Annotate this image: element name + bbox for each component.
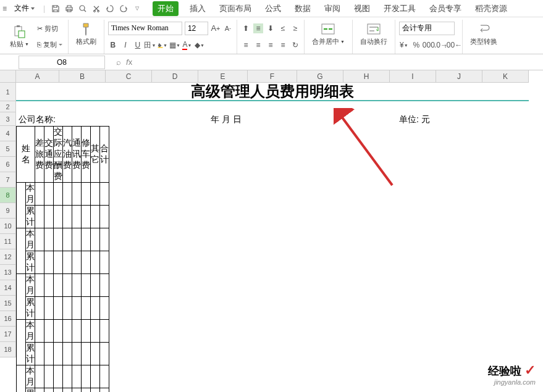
preview-icon[interactable] bbox=[77, 3, 88, 14]
row-header[interactable]: 16 bbox=[0, 311, 16, 327]
wrap-group: 自动换行 bbox=[353, 20, 395, 54]
tab-data[interactable]: 数据 bbox=[292, 1, 313, 16]
font-select[interactable] bbox=[108, 22, 182, 35]
col-header[interactable]: I bbox=[390, 70, 436, 83]
fx-icon[interactable]: fx bbox=[126, 57, 132, 67]
print-icon[interactable] bbox=[64, 3, 75, 14]
svg-point-2 bbox=[98, 10, 99, 12]
row-header[interactable]: 9 bbox=[0, 203, 16, 219]
col-header[interactable]: G bbox=[297, 70, 343, 83]
tab-review[interactable]: 审阅 bbox=[322, 1, 343, 16]
type-convert-button[interactable]: 类型转换 bbox=[466, 21, 501, 48]
col-header[interactable]: F bbox=[248, 70, 297, 83]
paste-icon bbox=[12, 25, 26, 38]
tab-dev[interactable]: 开发工具 bbox=[381, 1, 418, 16]
align-top-icon[interactable]: ⬆ bbox=[241, 23, 251, 33]
save-icon[interactable] bbox=[50, 3, 61, 14]
tab-view[interactable]: 视图 bbox=[351, 1, 373, 16]
pattern-icon[interactable]: ▦▼ bbox=[170, 40, 180, 50]
row-header[interactable]: 1 bbox=[0, 83, 16, 101]
col-header[interactable]: H bbox=[343, 70, 390, 83]
comma-icon[interactable]: 000 bbox=[424, 40, 434, 50]
row-header[interactable]: 2 bbox=[0, 101, 16, 112]
undo-icon[interactable] bbox=[104, 3, 116, 14]
align-left-icon[interactable]: ≡ bbox=[241, 40, 251, 50]
tab-insert[interactable]: 插入 bbox=[187, 1, 208, 16]
col-header[interactable]: B bbox=[59, 70, 106, 83]
row-header[interactable]: 6 bbox=[0, 157, 16, 172]
name-box[interactable] bbox=[19, 56, 105, 69]
search-icon[interactable]: ⌕ bbox=[116, 57, 121, 67]
number-format-select[interactable] bbox=[399, 22, 455, 35]
row-header[interactable]: 11 bbox=[0, 234, 16, 249]
cut-icon[interactable] bbox=[91, 3, 102, 14]
tab-member[interactable]: 会员专享 bbox=[427, 1, 464, 16]
increase-font-icon[interactable]: A+ bbox=[211, 23, 221, 33]
align-right-icon[interactable]: ≡ bbox=[266, 40, 276, 50]
tab-resource[interactable]: 稻壳资源 bbox=[473, 1, 510, 16]
hamburger-icon[interactable]: ≡ bbox=[2, 4, 7, 13]
table-row: 本月 bbox=[17, 183, 109, 206]
border-icon[interactable]: 田▼ bbox=[145, 40, 155, 50]
row-header[interactable]: 13 bbox=[0, 265, 16, 280]
font-size-select[interactable] bbox=[185, 22, 208, 35]
svg-point-0 bbox=[80, 6, 85, 10]
col-header[interactable]: C bbox=[106, 70, 152, 83]
col-header[interactable]: A bbox=[16, 70, 59, 83]
tab-layout[interactable]: 页面布局 bbox=[217, 1, 254, 16]
font-color-icon[interactable]: A▼ bbox=[182, 40, 192, 50]
percent-icon[interactable]: % bbox=[411, 40, 421, 50]
clipboard-group: 粘贴▼ ✂剪切 ⎘复制 bbox=[2, 20, 69, 54]
redo-icon[interactable] bbox=[118, 3, 129, 14]
wrap-icon bbox=[367, 22, 381, 36]
paste-button[interactable]: 粘贴▼ bbox=[6, 21, 33, 52]
row-header[interactable]: 15 bbox=[0, 296, 16, 311]
row-header[interactable]: 10 bbox=[0, 219, 16, 234]
underline-icon[interactable]: U bbox=[133, 40, 143, 50]
indent-right-icon[interactable]: ≥ bbox=[290, 23, 300, 33]
italic-icon[interactable]: I bbox=[120, 40, 130, 50]
indent-left-icon[interactable]: ≤ bbox=[278, 23, 288, 33]
currency-icon[interactable]: ¥▼ bbox=[399, 40, 409, 50]
row-header[interactable]: 7 bbox=[0, 172, 16, 188]
svg-rect-5 bbox=[19, 31, 25, 38]
align-middle-icon[interactable]: ≡ bbox=[253, 23, 263, 33]
align-center-icon[interactable]: ≡ bbox=[253, 40, 263, 50]
dropdown-icon[interactable]: ▽ bbox=[132, 3, 143, 14]
orientation-icon[interactable]: ↻ bbox=[290, 40, 300, 50]
format-painter-button[interactable]: 格式刷 bbox=[72, 21, 100, 48]
tab-start[interactable]: 开始 bbox=[153, 1, 179, 16]
row-header[interactable]: 14 bbox=[0, 280, 16, 296]
merge-button[interactable]: 合并居中▼ bbox=[308, 21, 348, 48]
copy-button[interactable]: ⎘复制 bbox=[35, 40, 64, 50]
cut-button[interactable]: ✂剪切 bbox=[35, 23, 64, 34]
svg-rect-4 bbox=[17, 25, 20, 27]
col-header[interactable]: E bbox=[198, 70, 248, 83]
file-menu[interactable]: 文件 bbox=[11, 2, 38, 15]
dec-decimal-icon[interactable]: .00← bbox=[448, 40, 458, 50]
row-header[interactable]: 4 bbox=[0, 126, 16, 141]
align-bottom-icon[interactable]: ⬇ bbox=[266, 23, 276, 33]
spreadsheet[interactable]: ABCDEFGHIJK 123456789101112131415161718 … bbox=[0, 70, 543, 83]
fill-color-icon[interactable]: ▼ bbox=[158, 40, 167, 50]
row-header[interactable]: 12 bbox=[0, 249, 16, 265]
row-header[interactable]: 5 bbox=[0, 141, 16, 157]
col-header[interactable]: K bbox=[482, 70, 529, 83]
row-header[interactable]: 3 bbox=[0, 112, 16, 126]
bold-icon[interactable]: B bbox=[108, 40, 118, 50]
row-header[interactable]: 8 bbox=[0, 188, 16, 203]
row-headers: 123456789101112131415161718 bbox=[0, 83, 16, 357]
tab-formula[interactable]: 公式 bbox=[263, 1, 284, 16]
col-header[interactable]: D bbox=[152, 70, 198, 83]
row-header[interactable]: 17 bbox=[0, 327, 16, 342]
wrap-button[interactable]: 自动换行 bbox=[356, 21, 391, 48]
ribbon-tabs: 开始 插入 页面布局 公式 数据 审阅 视图 开发工具 会员专享 稻壳资源 bbox=[153, 1, 510, 16]
highlight-icon[interactable]: ◆▼ bbox=[195, 40, 204, 50]
decrease-font-icon[interactable]: A- bbox=[223, 23, 233, 33]
menubar: ≡ 文件 | ▽ 开始 插入 页面布局 公式 数据 审阅 视图 开发工具 会员专… bbox=[0, 0, 543, 17]
column-headers: ABCDEFGHIJK bbox=[16, 70, 529, 83]
col-header[interactable]: J bbox=[436, 70, 482, 83]
row-header[interactable]: 18 bbox=[0, 342, 16, 357]
justify-icon[interactable]: ≡ bbox=[278, 40, 288, 50]
select-all-corner[interactable] bbox=[0, 70, 16, 83]
